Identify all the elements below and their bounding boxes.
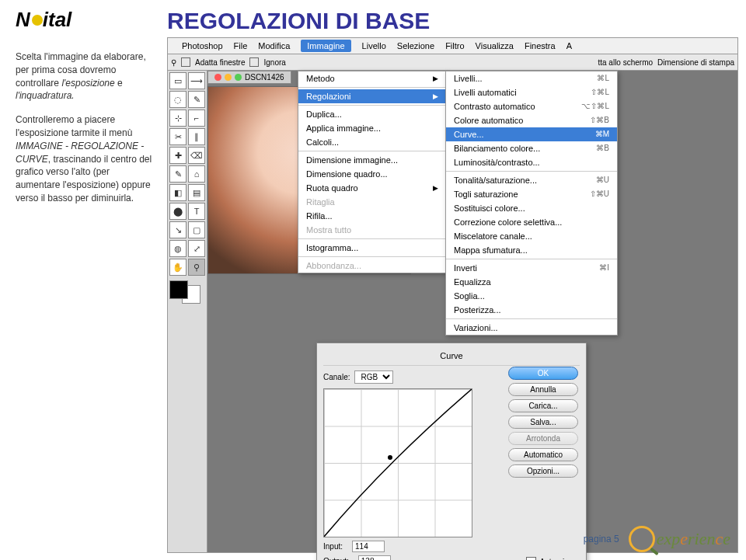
menu2-liv-auto[interactable]: Livelli automatici⇧⌘L bbox=[446, 85, 617, 99]
sidebar-p1: Scelta l'immagine da elaborare, per prim… bbox=[16, 50, 155, 103]
annulla-button[interactable]: Annulla bbox=[508, 383, 578, 396]
tool-dodge[interactable]: ▤ bbox=[188, 184, 205, 201]
menu2-luminosita[interactable]: Luminosità/contrasto... bbox=[446, 155, 617, 169]
menu-a[interactable]: A bbox=[566, 41, 572, 50]
canale-label: Canale: bbox=[323, 373, 350, 381]
menu2-correzione[interactable]: Correzione colore selettiva... bbox=[446, 215, 617, 229]
tool-eyedrop[interactable]: ⤢ bbox=[188, 240, 205, 257]
menu1-duplica[interactable]: Duplica... bbox=[298, 107, 446, 121]
checkbox-ignora[interactable] bbox=[249, 57, 259, 67]
menu-file[interactable]: File bbox=[234, 41, 248, 50]
menubar: Photoshop File Modifica Immagine Livello… bbox=[167, 37, 738, 54]
sidebar-text: Scelta l'immagine da elaborare, per prim… bbox=[16, 50, 155, 216]
menu1-metodo[interactable]: Metodo▶ bbox=[298, 71, 446, 85]
tool-brush[interactable]: ∥ bbox=[188, 128, 205, 145]
checkbox-adatta[interactable] bbox=[181, 57, 190, 67]
document-tab[interactable]: DSCN1426 bbox=[207, 71, 291, 84]
minimize-icon[interactable] bbox=[225, 74, 232, 81]
menu2-livelli[interactable]: Livelli...⌘L bbox=[446, 71, 617, 85]
salva-button[interactable]: Salva... bbox=[508, 416, 578, 429]
menu2-sostituisci[interactable]: Sostituisci colore... bbox=[446, 201, 617, 215]
menu2-tonalita[interactable]: Tonalità/saturazione...⌘U bbox=[446, 173, 617, 187]
menu-regolazioni-submenu: Livelli...⌘L Livelli automatici⇧⌘L Contr… bbox=[445, 71, 618, 336]
color-swatch[interactable] bbox=[169, 280, 200, 304]
automatico-button[interactable]: Automatico bbox=[508, 448, 578, 461]
page-title: REGOLAZIONI DI BASE bbox=[167, 8, 430, 34]
menu2-variazioni[interactable]: Variazioni... bbox=[446, 321, 617, 335]
anteprima-checkbox[interactable]: ✓ bbox=[526, 557, 536, 560]
menu-immagine-dropdown: Metodo▶ Regolazioni▶ Duplica... Applica … bbox=[298, 71, 447, 273]
menu-livello[interactable]: Livello bbox=[362, 41, 386, 50]
menu2-togli-sat[interactable]: Togli saturazione⇧⌘U bbox=[446, 187, 617, 201]
menu2-bilanciamento[interactable]: Bilanciamento colore...⌘B bbox=[446, 141, 617, 155]
menu1-applica[interactable]: Applica immagine... bbox=[298, 121, 446, 135]
tool-zoom[interactable]: ⚲ bbox=[188, 259, 205, 276]
menu2-miscelatore[interactable]: Miscelatore canale... bbox=[446, 229, 617, 243]
menu1-calcoli[interactable]: Calcoli... bbox=[298, 135, 446, 149]
tool-move[interactable]: ⟶ bbox=[188, 72, 205, 89]
menu1-ruota[interactable]: Ruota quadro▶ bbox=[298, 181, 446, 195]
tool-gradient[interactable]: ⌂ bbox=[188, 165, 205, 183]
tool-path[interactable]: ⬤ bbox=[169, 203, 186, 220]
close-icon[interactable] bbox=[214, 74, 221, 81]
menu-finestra[interactable]: Finestra bbox=[525, 41, 556, 50]
experience-logo: experience bbox=[629, 526, 730, 552]
carica-button[interactable]: Carica... bbox=[508, 399, 578, 412]
logo-n: N bbox=[16, 8, 30, 32]
tool-wand[interactable]: ✎ bbox=[188, 91, 205, 108]
output-value[interactable] bbox=[358, 555, 391, 560]
tool-crop[interactable]: ⊹ bbox=[169, 110, 186, 127]
tool-notes[interactable]: ◍ bbox=[169, 240, 186, 257]
logo-dot-icon bbox=[32, 15, 43, 26]
menu2-equalizza[interactable]: Equalizza bbox=[446, 275, 617, 289]
menu2-sfumatura[interactable]: Mappa sfumatura... bbox=[446, 243, 617, 257]
tool-shape[interactable]: ▢ bbox=[188, 221, 205, 238]
tool-marquee[interactable]: ▭ bbox=[169, 72, 186, 89]
menu2-col-auto[interactable]: Colore automatico⇧⌘B bbox=[446, 113, 617, 127]
menu-selezione[interactable]: Selezione bbox=[397, 41, 434, 50]
menu2-posterizza[interactable]: Posterizza... bbox=[446, 303, 617, 317]
menu1-istogramma[interactable]: Istogramma... bbox=[298, 241, 446, 255]
tool-stamp[interactable]: ✚ bbox=[169, 147, 186, 164]
tool-pen[interactable]: ↘ bbox=[169, 221, 186, 238]
menu1-dim-img[interactable]: Dimensione immagine... bbox=[298, 153, 446, 167]
menu2-inverti[interactable]: Inverti⌘I bbox=[446, 261, 617, 275]
tool-heal[interactable]: ✂ bbox=[169, 128, 186, 145]
menu1-dim-quadro[interactable]: Dimensione quadro... bbox=[298, 167, 446, 181]
canale-select[interactable]: RGB bbox=[354, 370, 393, 384]
canvas-area: DSCN1426 Metodo▶ Regolazioni▶ Duplica...… bbox=[207, 71, 737, 552]
tool-type[interactable]: T bbox=[188, 203, 205, 220]
logo-ital: ital bbox=[43, 8, 72, 32]
tool-slice[interactable]: ⌐ bbox=[188, 110, 205, 127]
ok-button[interactable]: OK bbox=[508, 367, 578, 380]
menu1-regolazioni[interactable]: Regolazioni▶ bbox=[298, 89, 446, 103]
anteprima-row[interactable]: ✓ Anteprima bbox=[526, 557, 575, 560]
menu1-ritaglia: Ritaglia bbox=[298, 195, 446, 209]
menu1-mostra: Mostra tutto bbox=[298, 223, 446, 237]
menu2-curve[interactable]: Curve...⌘M bbox=[446, 127, 617, 141]
menu1-rifila[interactable]: Rifila... bbox=[298, 209, 446, 223]
toolbox: ▭ ⟶ ◌ ✎ ⊹ ⌐ ✂ ∥ ✚ ⌫ ✎ ⌂ ◧ ▤ ⬤ T ↘ ▢ ◍ ⤢ … bbox=[168, 71, 207, 552]
tool-blur[interactable]: ◧ bbox=[169, 184, 186, 201]
magnifier-icon bbox=[629, 526, 655, 552]
curves-title: Curve bbox=[323, 350, 580, 366]
sidebar-p2: Controlleremo a piacere l'esposizione ta… bbox=[16, 113, 155, 205]
menu2-contr-auto[interactable]: Contrasto automatico⌥⇧⌘L bbox=[446, 99, 617, 113]
svg-point-0 bbox=[388, 455, 392, 460]
tool-lasso[interactable]: ◌ bbox=[169, 91, 186, 108]
opzioni-button[interactable]: Opzioni... bbox=[508, 464, 578, 478]
tool-eraser[interactable]: ✎ bbox=[169, 165, 186, 183]
tool-history[interactable]: ⌫ bbox=[188, 147, 205, 164]
menu-immagine[interactable]: Immagine bbox=[301, 40, 350, 52]
tool-hand[interactable]: ✋ bbox=[169, 259, 186, 276]
zoom-window-icon[interactable] bbox=[235, 74, 242, 81]
arrotonda-button: Arrotonda bbox=[508, 432, 578, 445]
menu-photoshop[interactable]: Photoshop bbox=[182, 41, 223, 50]
menu2-soglia[interactable]: Soglia... bbox=[446, 289, 617, 303]
menu-filtro[interactable]: Filtro bbox=[445, 41, 464, 50]
photoshop-screenshot: Photoshop File Modifica Immagine Livello… bbox=[167, 37, 738, 553]
zoom-icon[interactable]: ⚲ bbox=[171, 58, 176, 67]
curve-graph[interactable] bbox=[323, 388, 472, 537]
menu-modifica[interactable]: Modifica bbox=[258, 41, 290, 50]
menu-visualizza[interactable]: Visualizza bbox=[476, 41, 514, 50]
